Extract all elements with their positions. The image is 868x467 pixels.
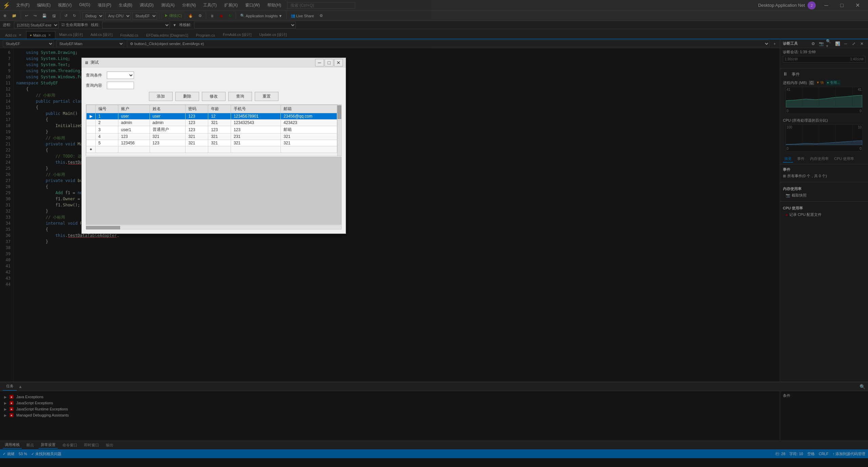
td-age: 321 [208,120,231,126]
edit-button[interactable]: 修改 [202,92,226,101]
modal-minimize-btn[interactable]: ─ [315,59,324,66]
td-indicator [86,140,96,146]
td-account: user [118,113,150,120]
table-row-new[interactable]: ✦ [86,146,337,153]
td-id: 5 [96,140,118,146]
td-password: 123 [186,126,208,134]
table-row[interactable]: ▶ 1 user user 123 12 12345678901 23456@q… [86,113,337,120]
th-account: 账户 [118,105,150,113]
td-id: 4 [96,134,118,140]
modal-scrollbar-v[interactable] [337,105,341,156]
td-name: admin [150,120,186,126]
table-header-row: 编号 账户 姓名 密码 年龄 手机号 邮箱 [86,105,337,113]
td-account: 123 [118,134,150,140]
scrollbar-thumb-h[interactable] [86,226,120,229]
modal-title-bar: 🖥 测试 ─ □ ✕ [82,58,346,67]
table-row[interactable]: 4 123 321 321 321 231 321 [86,134,337,140]
search-content-input[interactable] [107,82,134,89]
modal-win-controls: ─ □ ✕ [315,59,343,66]
td-phone: 231 [231,134,281,140]
td-phone: 321 [231,140,281,146]
add-button[interactable]: 添加 [149,92,173,101]
modal-table-wrapper[interactable]: 编号 账户 姓名 密码 年龄 手机号 邮箱 ▶ [86,105,337,156]
td-name: 321 [150,134,186,140]
th-password: 密码 [186,105,208,113]
modal-dialog: 🖥 测试 ─ □ ✕ 查询条件 查询内容 添加 删除 修改 查询 [81,58,346,234]
td-empty [208,146,231,153]
search-content-row: 查询内容 [86,82,342,89]
td-age: 123 [208,126,231,134]
td-empty [186,146,208,153]
th-email: 邮箱 [281,105,337,113]
td-password: 123 [186,120,208,126]
td-account: 123456 [118,140,150,146]
td-empty [150,146,186,153]
modal-btn-row: 添加 删除 修改 查询 重置 [86,92,342,101]
td-phone: 123 [231,126,281,134]
td-password: 321 [186,140,208,146]
td-empty [281,146,337,153]
td-id: 2 [96,120,118,126]
td-indicator [86,134,96,140]
td-empty [96,146,118,153]
td-id: 3 [96,126,118,134]
modal-table: 编号 账户 姓名 密码 年龄 手机号 邮箱 ▶ [86,105,337,153]
modal-overlay: 🖥 测试 ─ □ ✕ 查询条件 查询内容 添加 删除 修改 查询 [0,0,868,467]
modal-close-btn[interactable]: ✕ [334,59,343,66]
td-name: 普通用户 [150,126,186,134]
td-phone: 123432543 [231,120,281,126]
td-new-indicator: ✦ [86,146,96,153]
th-name: 姓名 [150,105,186,113]
table-row[interactable]: 5 123456 123 321 321 321 321 [86,140,337,146]
td-indicator: ▶ [86,113,96,120]
td-email: 23456@qq.com [281,113,337,120]
delete-button[interactable]: 删除 [175,92,199,101]
td-indicator [86,126,96,134]
td-age: 321 [208,140,231,146]
modal-title: 🖥 测试 [84,60,99,65]
td-account: admin [118,120,150,126]
th-id: 编号 [96,105,118,113]
td-id: 1 [96,113,118,120]
modal-title-text: 测试 [91,60,99,65]
td-empty [231,146,281,153]
search-content-label: 查询内容 [86,83,103,88]
td-email: 邮箱 [281,126,337,134]
td-indicator [86,120,96,126]
td-empty [118,146,150,153]
td-age: 12 [208,113,231,120]
th-indicator [86,105,96,113]
modal-table-area: 编号 账户 姓名 密码 年龄 手机号 邮箱 ▶ [86,104,342,156]
reset-button[interactable]: 重置 [255,92,278,101]
th-phone: 手机号 [231,105,281,113]
modal-bottom-area [86,157,342,225]
search-button[interactable]: 查询 [228,92,252,101]
td-password: 321 [186,134,208,140]
td-account: user1 [118,126,150,134]
modal-body: 查询条件 查询内容 添加 删除 修改 查询 重置 [82,67,346,234]
td-email: 321 [281,140,337,146]
td-name: user [150,113,186,120]
search-condition-select[interactable] [107,72,134,79]
td-password: 123 [186,113,208,120]
scrollbar-thumb-v[interactable] [337,105,341,119]
td-age: 321 [208,134,231,140]
table-row[interactable]: 3 user1 普通用户 123 123 123 邮箱 [86,126,337,134]
td-email: 423423 [281,120,337,126]
modal-icon: 🖥 [84,60,89,65]
th-age: 年龄 [208,105,231,113]
modal-maximize-btn[interactable]: □ [325,59,333,66]
table-row[interactable]: 2 admin admin 123 321 123432543 423423 [86,120,337,126]
td-phone: 12345678901 [231,113,281,120]
modal-scrollbar-h[interactable] [86,225,342,229]
td-name: 123 [150,140,186,146]
td-email: 321 [281,134,337,140]
search-condition-label: 查询条件 [86,73,103,78]
search-condition-row: 查询条件 [86,72,342,79]
